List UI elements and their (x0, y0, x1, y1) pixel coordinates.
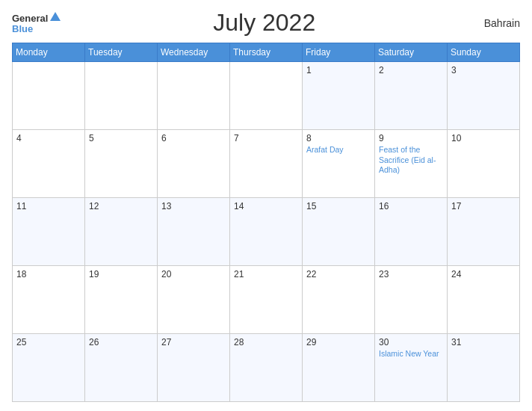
calendar-cell: 5 (85, 130, 158, 198)
calendar-week-row: 45678Arafat Day9Feast of the Sacrifice (… (13, 130, 520, 198)
calendar-cell: 21 (230, 266, 303, 334)
day-number: 23 (379, 269, 443, 279)
day-number: 16 (379, 201, 443, 211)
col-tuesday: Tuesday (85, 43, 158, 62)
day-number: 31 (451, 337, 516, 347)
calendar-cell: 26 (85, 334, 158, 402)
col-monday: Monday (13, 43, 85, 62)
calendar-cell: 22 (303, 266, 375, 334)
calendar-cell: 27 (158, 334, 230, 402)
day-number: 29 (306, 337, 371, 347)
day-number: 9 (379, 133, 443, 143)
day-number: 22 (306, 269, 371, 279)
calendar-cell: 25 (13, 334, 85, 402)
calendar-cell (85, 62, 158, 130)
day-number: 4 (16, 133, 81, 143)
calendar-cell: 17 (448, 198, 520, 266)
calendar-cell: 10 (448, 130, 520, 198)
calendar-cell: 16 (375, 198, 448, 266)
calendar-cell: 2 (375, 62, 448, 130)
logo-blue-text: Blue (12, 24, 33, 34)
day-number: 13 (161, 201, 226, 211)
country-label: Bahrain (468, 17, 520, 29)
calendar-page: General Blue July 2022 Bahrain Monday Tu… (0, 0, 532, 411)
col-friday: Friday (303, 43, 375, 62)
day-number: 20 (161, 269, 226, 279)
calendar-week-row: 123 (13, 62, 520, 130)
day-number: 26 (89, 337, 153, 347)
logo-triangle-icon (50, 12, 61, 21)
calendar-cell: 11 (13, 198, 85, 266)
calendar-cell: 4 (13, 130, 85, 198)
calendar-week-row: 11121314151617 (13, 198, 520, 266)
day-number: 19 (89, 269, 153, 279)
day-number: 6 (161, 133, 226, 143)
logo: General Blue (12, 11, 61, 35)
calendar-cell (13, 62, 85, 130)
calendar-cell: 28 (230, 334, 303, 402)
day-number: 2 (379, 65, 443, 75)
day-number: 1 (306, 65, 371, 75)
logo-top: General (12, 11, 61, 25)
col-wednesday: Wednesday (158, 43, 230, 62)
calendar-cell: 14 (230, 198, 303, 266)
calendar-cell: 13 (158, 198, 230, 266)
col-saturday: Saturday (375, 43, 448, 62)
logo-general-text: General (12, 13, 48, 24)
calendar-cell: 12 (85, 198, 158, 266)
day-number: 24 (451, 269, 516, 279)
calendar-cell: 18 (13, 266, 85, 334)
day-event: Islamic New Year (379, 349, 443, 359)
day-number: 25 (16, 337, 81, 347)
day-number: 8 (306, 133, 371, 143)
calendar-cell: 30Islamic New Year (375, 334, 448, 402)
calendar-cell: 24 (448, 266, 520, 334)
day-number: 3 (451, 65, 516, 75)
calendar-cell: 9Feast of the Sacrifice (Eid al-Adha) (375, 130, 448, 198)
calendar-week-row: 18192021222324 (13, 266, 520, 334)
day-number: 21 (234, 269, 298, 279)
calendar-cell: 3 (448, 62, 520, 130)
day-number: 10 (451, 133, 516, 143)
day-event: Arafat Day (306, 145, 371, 155)
day-number: 7 (234, 133, 298, 143)
column-header-row: Monday Tuesday Wednesday Thursday Friday… (13, 43, 520, 62)
calendar-cell: 29 (303, 334, 375, 402)
day-number: 30 (379, 337, 443, 347)
day-number: 15 (306, 201, 371, 211)
day-number: 14 (234, 201, 298, 211)
calendar-cell: 1 (303, 62, 375, 130)
day-number: 18 (16, 269, 81, 279)
col-thursday: Thursday (230, 43, 303, 62)
calendar-title: July 2022 (61, 9, 468, 37)
day-number: 12 (89, 201, 153, 211)
day-number: 28 (234, 337, 298, 347)
calendar-cell: 6 (158, 130, 230, 198)
calendar-table: Monday Tuesday Wednesday Thursday Friday… (12, 43, 520, 402)
calendar-cell: 8Arafat Day (303, 130, 375, 198)
calendar-cell: 31 (448, 334, 520, 402)
day-event: Feast of the Sacrifice (Eid al-Adha) (379, 145, 443, 176)
calendar-cell: 7 (230, 130, 303, 198)
calendar-cell: 23 (375, 266, 448, 334)
calendar-cell: 20 (158, 266, 230, 334)
day-number: 5 (89, 133, 153, 143)
calendar-cell: 19 (85, 266, 158, 334)
header: General Blue July 2022 Bahrain (12, 9, 520, 37)
day-number: 27 (161, 337, 226, 347)
day-number: 17 (451, 201, 516, 211)
calendar-cell (158, 62, 230, 130)
calendar-cell: 15 (303, 198, 375, 266)
calendar-week-row: 252627282930Islamic New Year31 (13, 334, 520, 402)
calendar-cell (230, 62, 303, 130)
col-sunday: Sunday (448, 43, 520, 62)
day-number: 11 (16, 201, 81, 211)
